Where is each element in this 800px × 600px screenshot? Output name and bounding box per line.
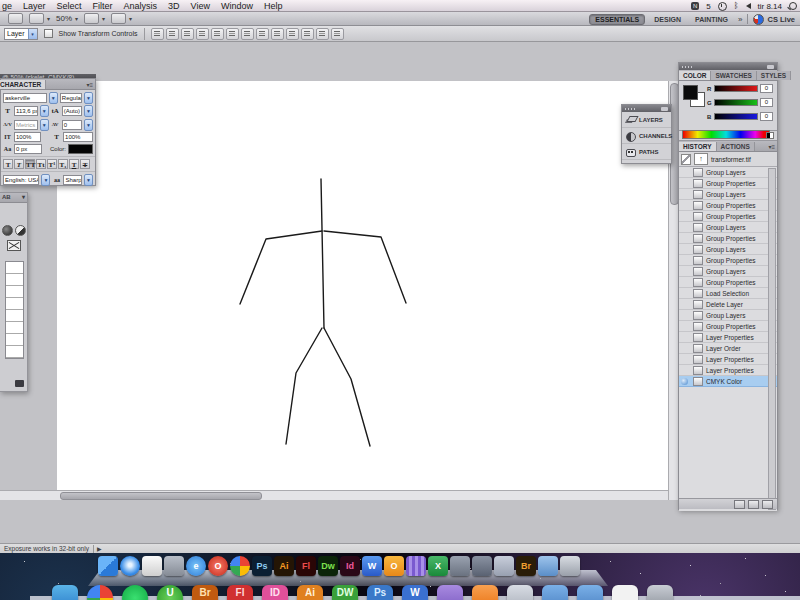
- preset-list[interactable]: [5, 261, 24, 359]
- text-color-swatch[interactable]: [68, 144, 93, 154]
- font-family-field[interactable]: askerville: [3, 93, 47, 103]
- history-entry[interactable]: Group Layers: [679, 310, 777, 321]
- baseline-shift-field[interactable]: 0 px: [14, 144, 42, 154]
- workspace-button[interactable]: PAINTING: [690, 15, 733, 24]
- history-entry[interactable]: Group Layers: [679, 189, 777, 200]
- blue-slider[interactable]: [714, 113, 758, 120]
- language-field[interactable]: English: USA: [3, 175, 39, 185]
- antialias-stepper[interactable]: ▼: [84, 174, 93, 186]
- left-panel-tab[interactable]: AB ▾: [0, 193, 27, 203]
- office-icon[interactable]: O: [384, 556, 404, 576]
- app-purple-icon[interactable]: [437, 585, 463, 600]
- palette-header[interactable]: [622, 105, 671, 112]
- leading-field[interactable]: (Auto): [62, 106, 82, 116]
- tab-character[interactable]: CHARACTER: [0, 80, 46, 89]
- panel-footer-icon[interactable]: [15, 380, 24, 387]
- history-entry[interactable]: Group Layers: [679, 244, 777, 255]
- faux-style-button[interactable]: T₁: [58, 159, 68, 169]
- history-entry[interactable]: Group Layers: [679, 222, 777, 233]
- distribute-bottom-edges-icon[interactable]: [271, 28, 284, 40]
- safari-icon[interactable]: [120, 556, 140, 576]
- menu-item[interactable]: Analysis: [124, 0, 158, 12]
- swatch-circle-icon[interactable]: [2, 225, 13, 236]
- history-panel-tab[interactable]: ACTIONS: [717, 142, 755, 151]
- distribute-vertical-centers-icon[interactable]: [256, 28, 269, 40]
- history-entry[interactable]: Group Properties: [679, 211, 777, 222]
- color-spectrum-ramp[interactable]: [682, 130, 770, 139]
- faux-style-button[interactable]: T: [3, 159, 13, 169]
- utilities-icon[interactable]: [494, 556, 514, 576]
- dreamweaver-2-icon[interactable]: DW: [332, 585, 358, 600]
- menu-item[interactable]: Filter: [93, 0, 113, 12]
- workspace-overflow-button[interactable]: »: [738, 15, 742, 24]
- workspace-button[interactable]: DESIGN: [649, 15, 686, 24]
- menu-item[interactable]: ge: [2, 0, 12, 12]
- history-entry[interactable]: Group Layers: [679, 266, 777, 277]
- history-entry[interactable]: Group Properties: [679, 321, 777, 332]
- tracking-stepper[interactable]: ▼: [84, 119, 93, 131]
- align-left-edges-icon[interactable]: [196, 28, 209, 40]
- distribute-horizontal-centers-icon[interactable]: [301, 28, 314, 40]
- workspace-button[interactable]: ESSENTIALS: [589, 14, 645, 25]
- palette-item[interactable]: PATHS: [622, 144, 671, 160]
- menu-item[interactable]: Window: [221, 0, 253, 12]
- faux-style-button[interactable]: T: [69, 159, 79, 169]
- palette-item[interactable]: LAYERS: [622, 112, 671, 128]
- history-entry[interactable]: Delete Layer: [679, 299, 777, 310]
- trash-2-icon[interactable]: [647, 585, 673, 600]
- faux-style-button[interactable]: T: [14, 159, 24, 169]
- illustrator-2-icon[interactable]: Ai: [297, 585, 323, 600]
- delete-state-icon[interactable]: [762, 500, 773, 509]
- cs-live-button[interactable]: CS Live: [753, 14, 798, 25]
- red-value-field[interactable]: 0: [760, 84, 773, 93]
- distribute-top-edges-icon[interactable]: [241, 28, 254, 40]
- green-slider[interactable]: [714, 99, 758, 106]
- volume-icon[interactable]: [746, 3, 751, 9]
- spotify-icon[interactable]: [122, 585, 148, 600]
- history-entry[interactable]: Layer Properties: [679, 354, 777, 365]
- kerning-field[interactable]: Metrics: [14, 120, 38, 130]
- menu-item[interactable]: Help: [264, 0, 283, 12]
- history-entry[interactable]: Layer Properties: [679, 365, 777, 376]
- history-entry[interactable]: Group Layers: [679, 167, 777, 178]
- distribute-right-edges-icon[interactable]: [316, 28, 329, 40]
- horizontal-scrollbar-thumb[interactable]: [60, 492, 262, 500]
- tracking-field[interactable]: 0: [62, 120, 82, 130]
- font-size-stepper[interactable]: ▼: [40, 105, 49, 117]
- faux-style-button[interactable]: T¹: [47, 159, 57, 169]
- arrange-documents-icon[interactable]: [84, 13, 99, 24]
- vlc-icon[interactable]: [472, 585, 498, 600]
- view-extras-icon[interactable]: [29, 13, 44, 24]
- new-document-from-state-icon[interactable]: [734, 500, 745, 509]
- flash-icon[interactable]: Fl: [296, 556, 316, 576]
- chrome-icon[interactable]: [230, 556, 250, 576]
- menu-item[interactable]: Layer: [23, 0, 46, 12]
- indesign-icon[interactable]: Id: [340, 556, 360, 576]
- leading-stepper[interactable]: ▼: [84, 105, 93, 117]
- history-entry[interactable]: Group Properties: [679, 255, 777, 266]
- history-entry[interactable]: Layer Order: [679, 343, 777, 354]
- preview-icon[interactable]: [507, 585, 533, 600]
- history-entry[interactable]: CMYK Color: [679, 376, 777, 387]
- screen-mode-icon[interactable]: [111, 13, 126, 24]
- foreground-color-swatch[interactable]: [683, 85, 698, 100]
- utorrent-icon[interactable]: U: [157, 585, 183, 600]
- app-blue-icon[interactable]: [52, 585, 78, 600]
- dreamweaver-icon[interactable]: Dw: [318, 556, 338, 576]
- faux-style-button[interactable]: Tt: [36, 159, 46, 169]
- illustrator-icon[interactable]: Ai: [274, 556, 294, 576]
- horizontal-scrollbar[interactable]: [0, 490, 668, 500]
- calculator-icon[interactable]: [164, 556, 184, 576]
- dock-header[interactable]: [679, 63, 777, 70]
- excel-icon[interactable]: X: [428, 556, 448, 576]
- bridge-launcher-icon[interactable]: [8, 13, 23, 24]
- folder-1-icon[interactable]: [542, 585, 568, 600]
- folder-2-icon[interactable]: [577, 585, 603, 600]
- keynote-icon[interactable]: [406, 556, 426, 576]
- align-horizontal-centers-icon[interactable]: [211, 28, 224, 40]
- history-snapshot-row[interactable]: ↑ transformer.tif: [679, 152, 777, 167]
- history-entry[interactable]: Layer Properties: [679, 332, 777, 343]
- word-icon[interactable]: W: [362, 556, 382, 576]
- bridge-icon[interactable]: Br: [516, 556, 536, 576]
- flag-x-icon[interactable]: [7, 240, 21, 251]
